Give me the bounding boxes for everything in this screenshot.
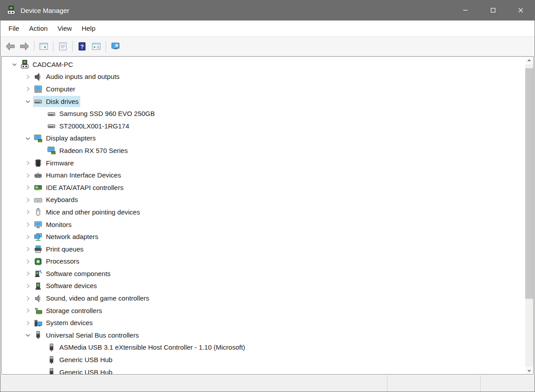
tree-item[interactable]: Samsung SSD 960 EVO 250GB bbox=[2, 107, 525, 120]
tree-item[interactable]: Display adapters bbox=[2, 132, 525, 145]
menu-help[interactable]: Help bbox=[77, 21, 100, 36]
chevron-collapsed-icon[interactable] bbox=[22, 184, 33, 191]
chevron-collapsed-icon[interactable] bbox=[22, 307, 33, 314]
printer-icon bbox=[33, 244, 43, 254]
tree-item[interactable]: Print queues bbox=[2, 243, 525, 256]
tree-item[interactable]: Disk drives bbox=[2, 95, 525, 108]
disk-drive-icon bbox=[47, 121, 56, 131]
storage-controller-icon bbox=[33, 306, 43, 315]
tree-item[interactable]: Firmware bbox=[2, 157, 525, 169]
scan-hardware-changes-button[interactable] bbox=[108, 39, 123, 54]
tree-item-label: Keyboards bbox=[46, 195, 78, 204]
close-button[interactable] bbox=[507, 0, 535, 21]
scroll-up-button[interactable] bbox=[525, 57, 533, 64]
chevron-collapsed-icon[interactable] bbox=[22, 209, 33, 216]
tree-item[interactable]: ST2000LX001-1RG174 bbox=[2, 120, 525, 132]
tree-item[interactable]: Mice and other pointing devices bbox=[2, 206, 525, 219]
chevron-collapsed-icon[interactable] bbox=[22, 233, 33, 240]
help-button[interactable]: ? bbox=[75, 39, 89, 54]
chevron-expanded-icon[interactable] bbox=[22, 135, 33, 142]
window-controls bbox=[452, 0, 535, 21]
chevron-collapsed-icon[interactable] bbox=[22, 282, 33, 289]
properties-button[interactable] bbox=[56, 39, 70, 54]
forward-button[interactable] bbox=[17, 39, 32, 54]
tree-item[interactable]: Monitors bbox=[2, 219, 525, 231]
tree-item-label: Software components bbox=[46, 269, 111, 278]
chevron-collapsed-icon[interactable] bbox=[22, 270, 33, 277]
tree-item[interactable]: Generic USB Hub bbox=[2, 366, 525, 374]
tree-item-label: ASMedia USB 3.1 eXtensible Host Controll… bbox=[59, 343, 245, 352]
tree-item[interactable]: Storage controllers bbox=[2, 305, 525, 317]
scrollbar-thumb[interactable] bbox=[525, 68, 533, 299]
help-icon: ? bbox=[77, 41, 87, 51]
tree-item[interactable]: Processors bbox=[2, 256, 525, 268]
tree-item[interactable]: Software devices bbox=[2, 280, 525, 293]
tree-item[interactable]: Software components bbox=[2, 268, 525, 280]
menu-view[interactable]: View bbox=[53, 21, 77, 36]
action-pane-button[interactable] bbox=[89, 39, 103, 54]
chevron-expanded-icon[interactable] bbox=[22, 332, 33, 339]
tree-item-label: Network adapters bbox=[46, 232, 99, 241]
ide-controller-icon bbox=[33, 183, 43, 192]
chevron-collapsed-icon[interactable] bbox=[22, 196, 33, 203]
expander-spacer bbox=[36, 369, 46, 374]
display-adapter-icon bbox=[33, 134, 43, 143]
tree-item[interactable]: ASMedia USB 3.1 eXtensible Host Controll… bbox=[2, 342, 525, 354]
chevron-collapsed-icon[interactable] bbox=[22, 295, 33, 302]
tree-item[interactable]: IDE ATA/ATAPI controllers bbox=[2, 182, 525, 194]
show-console-tree-button[interactable] bbox=[37, 39, 51, 54]
chevron-collapsed-icon[interactable] bbox=[22, 246, 33, 253]
back-button[interactable] bbox=[3, 39, 17, 54]
tree-item-label: Display adapters bbox=[46, 134, 96, 143]
monitor-icon bbox=[33, 220, 43, 229]
tree-item[interactable]: Audio inputs and outputs bbox=[2, 71, 525, 83]
disk-drive-icon bbox=[47, 109, 56, 119]
chevron-expanded-icon[interactable] bbox=[9, 61, 20, 68]
vertical-scrollbar[interactable] bbox=[525, 57, 533, 374]
tree-item-label: Generic USB Hub bbox=[59, 368, 112, 374]
chevron-collapsed-icon[interactable] bbox=[22, 258, 33, 265]
properties-icon bbox=[58, 41, 68, 51]
tree-item-label: Universal Serial Bus controllers bbox=[46, 331, 139, 340]
statusbar-pane-secondary bbox=[387, 375, 480, 392]
tree-item-label: System devices bbox=[46, 318, 93, 327]
forward-arrow-icon bbox=[19, 41, 30, 52]
titlebar[interactable]: Device Manager bbox=[0, 0, 535, 21]
menu-action[interactable]: Action bbox=[24, 21, 53, 36]
tree-item[interactable]: Human Interface Devices bbox=[2, 169, 525, 182]
software-device-icon bbox=[33, 281, 43, 291]
tree-item[interactable]: Universal Serial Bus controllers bbox=[2, 329, 525, 342]
tree-item[interactable]: Computer bbox=[2, 83, 525, 95]
maximize-button[interactable] bbox=[479, 0, 507, 21]
svg-text:?: ? bbox=[80, 43, 84, 50]
tree-item[interactable]: System devices bbox=[2, 317, 525, 329]
usb-icon bbox=[47, 355, 56, 365]
chevron-collapsed-icon[interactable] bbox=[22, 319, 33, 326]
usb-icon bbox=[33, 330, 43, 340]
chevron-collapsed-icon[interactable] bbox=[22, 160, 33, 167]
minimize-icon bbox=[463, 8, 468, 13]
tree-item[interactable]: CADCAM-PC bbox=[2, 58, 525, 71]
tree-item-label: Generic USB Hub bbox=[59, 355, 112, 364]
minimize-button[interactable] bbox=[452, 0, 479, 21]
software-component-icon bbox=[33, 269, 43, 278]
tree-item[interactable]: Radeon RX 570 Series bbox=[2, 144, 525, 157]
chevron-collapsed-icon[interactable] bbox=[22, 73, 33, 80]
chevron-collapsed-icon[interactable] bbox=[22, 221, 33, 228]
menu-file[interactable]: File bbox=[4, 21, 24, 36]
scroll-down-button[interactable] bbox=[525, 367, 533, 374]
tree-item[interactable]: Network adapters bbox=[2, 231, 525, 243]
computer-icon bbox=[33, 84, 43, 94]
tree-item[interactable]: Keyboards bbox=[2, 194, 525, 206]
tree-item-label: Human Interface Devices bbox=[46, 171, 121, 180]
disk-drive-icon bbox=[33, 97, 43, 106]
mouse-icon bbox=[33, 207, 43, 217]
chevron-expanded-icon[interactable] bbox=[22, 98, 33, 105]
chevron-collapsed-icon[interactable] bbox=[22, 86, 33, 93]
tree-item[interactable]: Generic USB Hub bbox=[2, 354, 525, 366]
chevron-collapsed-icon[interactable] bbox=[22, 172, 33, 179]
tree-item[interactable]: Sound, video and game controllers bbox=[2, 292, 525, 305]
expander-spacer bbox=[36, 147, 46, 154]
processor-icon bbox=[33, 257, 43, 266]
device-tree-panel: CADCAM-PCAudio inputs and outputsCompute… bbox=[1, 56, 534, 375]
